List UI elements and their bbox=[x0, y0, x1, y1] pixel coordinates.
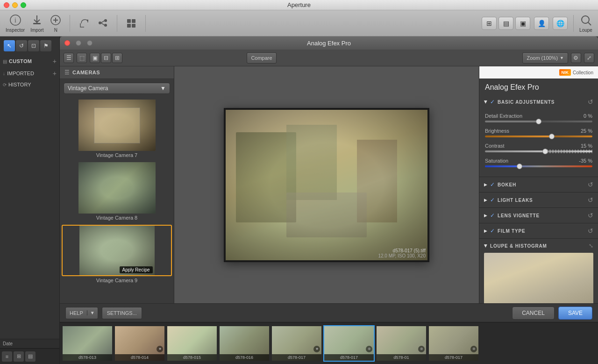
select-tool[interactable]: ↖ bbox=[4, 40, 15, 51]
brightness-slider[interactable] bbox=[485, 136, 592, 137]
camera-item-9[interactable]: Apply Recipe Vintage Camera 9 bbox=[62, 225, 172, 285]
toolbar-separator-1 bbox=[70, 15, 70, 32]
sidebar-icon-2[interactable]: ⊞ bbox=[14, 351, 24, 362]
film-item-017b[interactable]: d578-017 ⊕ bbox=[323, 325, 375, 362]
bokeh-reset-icon[interactable]: ↺ bbox=[588, 181, 593, 188]
film-item-015[interactable]: d578-015 bbox=[166, 325, 218, 362]
camera-panel-header: ☰ CAMERAS bbox=[60, 66, 174, 79]
help-label[interactable]: HELP bbox=[66, 310, 87, 316]
flag-tool[interactable]: ⚑ bbox=[40, 40, 51, 51]
canvas-tint bbox=[226, 110, 427, 260]
detail-thumb[interactable] bbox=[536, 119, 541, 124]
film-item-013[interactable]: d578-013 bbox=[62, 325, 113, 362]
grid-icon-btn[interactable]: ⊞ bbox=[482, 17, 497, 30]
film-label-017c: d578-017 bbox=[429, 354, 478, 361]
sidebar-bottom-bar: ≡ ⊞ ▤ bbox=[0, 348, 59, 364]
split-icon-btn[interactable]: ▤ bbox=[498, 17, 513, 30]
light-leaks-reset-icon[interactable]: ↺ bbox=[588, 196, 593, 204]
people-icon-btn[interactable]: 👤 bbox=[534, 17, 549, 30]
right-panel: NIK Collection Analog Efex Pro ▶ ✓ BASIC… bbox=[479, 66, 598, 303]
aep-window: Analog Efex Pro ☰ ⬚ ▣ ⊟ ⊞ Compare Zoom (… bbox=[60, 36, 598, 364]
lens-vignette-reset-icon[interactable]: ↺ bbox=[588, 212, 593, 219]
share-button[interactable] bbox=[96, 17, 109, 30]
section-basic-header[interactable]: ▶ ✓ BASIC ADJUSTMENTS ↺ bbox=[479, 94, 598, 109]
aep-close[interactable] bbox=[64, 40, 70, 46]
sidebar-icon-1[interactable]: ≡ bbox=[2, 351, 12, 362]
settings-icon[interactable]: ⚙ bbox=[571, 53, 581, 63]
film-label-017b: d578-017 bbox=[324, 354, 374, 361]
fullscreen-icon[interactable]: ⤢ bbox=[584, 53, 594, 63]
basic-reset-icon[interactable]: ↺ bbox=[588, 98, 593, 106]
film-item-016[interactable]: d578-016 bbox=[219, 325, 270, 362]
loupe-label: Loupe bbox=[579, 28, 592, 33]
contrast-slider[interactable] bbox=[485, 150, 592, 152]
rotate-button[interactable] bbox=[78, 17, 91, 30]
zoom-dropdown-arrow: ▼ bbox=[560, 56, 564, 60]
sidebar-icon-3[interactable]: ▤ bbox=[25, 351, 36, 362]
section-film-type-header[interactable]: ▶ ✓ FILM TYPE ↺ bbox=[479, 223, 598, 238]
brightness-thumb[interactable] bbox=[549, 134, 555, 139]
film-label-013: d578-013 bbox=[63, 354, 112, 361]
camera-dropdown[interactable]: Vintage Camera ▼ bbox=[64, 83, 170, 94]
maximize-button[interactable] bbox=[21, 2, 26, 8]
zoom-dropdown[interactable]: Zoom (100%) ▼ bbox=[522, 52, 568, 64]
saturation-thumb[interactable] bbox=[517, 164, 522, 169]
view-single-icon[interactable]: ▣ bbox=[90, 53, 100, 63]
globe-icon-btn[interactable]: 🌐 bbox=[553, 17, 568, 30]
compare-button[interactable]: Compare bbox=[247, 52, 276, 64]
film-item-017a[interactable]: d578-017 ★ bbox=[271, 325, 322, 362]
aep-min[interactable] bbox=[76, 40, 81, 46]
aperture-title: Aperture bbox=[287, 1, 311, 8]
camera-item-8[interactable]: Vintage Camera 8 bbox=[62, 162, 172, 222]
camera-item-7[interactable]: Vintage Camera 7 bbox=[62, 100, 172, 159]
svg-rect-11 bbox=[132, 24, 135, 28]
section-bokeh-header[interactable]: ▶ ✓ BOKEH ↺ bbox=[479, 177, 598, 192]
camera-name-8: Vintage Camera 8 bbox=[62, 215, 172, 222]
rotate-tool[interactable]: ↺ bbox=[16, 40, 27, 51]
custom-add-icon[interactable]: + bbox=[53, 57, 57, 65]
imported-label: IMPORTED bbox=[7, 71, 34, 76]
aep-max[interactable] bbox=[87, 40, 93, 46]
saturation-slider[interactable] bbox=[485, 165, 592, 167]
grid-view-button[interactable] bbox=[125, 17, 138, 30]
brightness-label-row: Brightness 25 % bbox=[485, 128, 592, 134]
contrast-label: Contrast bbox=[485, 143, 505, 149]
contrast-thumb[interactable] bbox=[542, 149, 548, 154]
close-button[interactable] bbox=[4, 2, 9, 8]
film-item-017c[interactable]: d578-017 ⊕ bbox=[428, 325, 479, 362]
preset-section-imported[interactable]: ↓ IMPORTED + bbox=[0, 67, 59, 79]
custom-label: CUSTOM bbox=[9, 58, 32, 64]
crop-tool[interactable]: ⊡ bbox=[28, 40, 39, 51]
film-type-reset-icon[interactable]: ↺ bbox=[588, 227, 593, 235]
saturation-label: Saturation bbox=[485, 158, 508, 164]
basic-adjustments-content: Detail Extraction 0 % Brightness bbox=[479, 109, 598, 177]
help-button-group[interactable]: HELP ▼ bbox=[65, 307, 98, 319]
help-dropdown-arrow[interactable]: ▼ bbox=[87, 310, 98, 315]
new-button[interactable]: N bbox=[49, 14, 62, 33]
loupe-collapse-icon[interactable]: ⤡ bbox=[589, 243, 593, 249]
section-loupe-header[interactable]: ▶ LOUPE & HISTOGRAM ⤡ bbox=[479, 239, 598, 253]
view-split-h-icon[interactable]: ⊟ bbox=[101, 53, 111, 63]
cancel-button[interactable]: CANCEL bbox=[512, 307, 555, 320]
inspector-button[interactable]: i Inspector bbox=[6, 14, 25, 33]
view-split-v-icon[interactable]: ⊞ bbox=[112, 53, 122, 63]
minimize-button[interactable] bbox=[12, 2, 18, 8]
section-light-leaks-header[interactable]: ▶ ✓ LIGHT LEAKS ↺ bbox=[479, 193, 598, 207]
app-wrapper: Aperture i Inspector Import N bbox=[0, 0, 598, 364]
layout-1-icon[interactable]: ⬚ bbox=[77, 53, 87, 63]
loupe-button[interactable]: Loupe bbox=[579, 14, 592, 33]
imported-add-icon[interactable]: + bbox=[53, 70, 57, 77]
detail-slider[interactable] bbox=[485, 121, 592, 122]
cameras-toggle-icon[interactable]: ☰ bbox=[64, 53, 74, 63]
preset-section-history[interactable]: ⟳ HISTORY bbox=[0, 79, 59, 90]
save-button[interactable]: SAVE bbox=[558, 307, 592, 320]
camera-name-9: Vintage Camera 9 bbox=[62, 278, 172, 285]
film-item-014[interactable]: d578-014 ★ bbox=[114, 325, 165, 362]
single-icon-btn[interactable]: ▣ bbox=[515, 17, 530, 30]
light-leaks-expand-arrow: ▶ bbox=[484, 198, 487, 202]
film-item-018[interactable]: d578-01 ⊕ bbox=[376, 325, 427, 362]
import-button[interactable]: Import bbox=[30, 14, 43, 33]
preset-section-custom[interactable]: ▤ CUSTOM + bbox=[0, 55, 59, 67]
section-lens-vignette-header[interactable]: ▶ ✓ LENS VIGNETTE ↺ bbox=[479, 208, 598, 223]
settings-button[interactable]: SETTINGS... bbox=[102, 307, 142, 319]
